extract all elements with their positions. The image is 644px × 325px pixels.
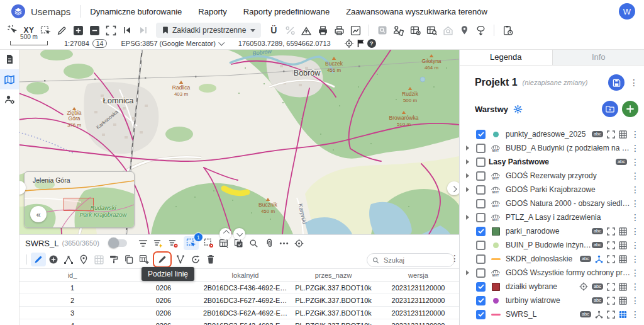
- layer-label[interactable]: działki wybrane: [506, 282, 579, 291]
- layer-label[interactable]: punkty_adresowe_2025: [506, 130, 592, 139]
- report-flag-icon[interactable]: [355, 37, 367, 50]
- spatial-bookmarks-button[interactable]: Zakładki przestrzenne: [156, 23, 261, 38]
- layer-label[interactable]: GDOŚ Parki Krajobrazowe: [506, 185, 631, 194]
- nav-item-reports[interactable]: Raporty: [198, 7, 227, 16]
- layer-menu-kebab-icon[interactable]: ⋮: [631, 185, 640, 194]
- table-cell[interactable]: 0206: [126, 307, 201, 319]
- layer-menu-kebab-icon[interactable]: ⋮: [631, 130, 640, 139]
- table-cell[interactable]: 0206: [126, 294, 201, 307]
- layer-expander[interactable]: [464, 215, 471, 220]
- layer-symbol-polygon[interactable]: [489, 227, 502, 236]
- draw-edit-icon[interactable]: [54, 23, 69, 37]
- labels-abc-icon[interactable]: abc: [580, 256, 591, 263]
- layer-expander[interactable]: [464, 145, 471, 151]
- layer-visibility-checkbox[interactable]: [476, 227, 486, 236]
- labels-abc-icon[interactable]: abc: [592, 131, 603, 138]
- attribute-table-icon[interactable]: [619, 255, 627, 263]
- layer-expander[interactable]: [464, 173, 471, 178]
- zoom-to-extent-icon[interactable]: [607, 255, 615, 263]
- table-row[interactable]: 202062B016DC3-F627-4692-E…PL.PZGiK.337.B…: [19, 294, 459, 307]
- layer-visibility-checkbox[interactable]: [476, 254, 486, 264]
- layer-visibility-checkbox[interactable]: [476, 296, 486, 305]
- labels-abc-icon[interactable]: abc: [592, 242, 603, 249]
- layer-menu-kebab-icon[interactable]: ⋮: [631, 282, 640, 291]
- layer-menu-kebab-icon[interactable]: ⋮: [631, 310, 640, 319]
- attachments-paperclip-icon[interactable]: [262, 236, 277, 250]
- table-cell[interactable]: PL.PZGiK.337.BDOT10k: [289, 307, 377, 319]
- mvt-tiles-icon[interactable]: MVT: [489, 213, 502, 222]
- layer-symbol-polygon[interactable]: [489, 283, 502, 291]
- table-cell[interactable]: PL.PZGiK.337.BDOT10k: [289, 319, 377, 325]
- split-parts-tool[interactable]: [173, 253, 188, 266]
- layer-menu-kebab-icon[interactable]: ⋮: [631, 157, 640, 166]
- sidebar-item-documents[interactable]: [0, 49, 19, 69]
- layer-menu-kebab-icon[interactable]: ⋮: [631, 144, 640, 152]
- print-layout-icon[interactable]: [331, 23, 347, 37]
- zoom-to-extent-icon[interactable]: [607, 283, 615, 291]
- labels-abc-icon[interactable]: abc: [592, 228, 603, 235]
- usemaps-logo-icon[interactable]: [11, 4, 25, 18]
- filter-clear-icon[interactable]: [166, 236, 181, 250]
- nav-item-dynamic-buffering[interactable]: Dynamiczne buforowanie: [90, 7, 182, 16]
- table-cell[interactable]: 0206: [126, 282, 201, 294]
- search-region-icon[interactable]: [375, 23, 390, 37]
- auto-pan-target-icon[interactable]: [579, 282, 588, 291]
- add-layer-button[interactable]: [622, 101, 638, 117]
- table-filter-toggle[interactable]: [109, 239, 127, 247]
- table-cell[interactable]: PL.PZGiK.337.BDOT10k: [289, 282, 377, 294]
- labels-abc-icon[interactable]: abc: [580, 311, 591, 318]
- nav-item-predefined-reports[interactable]: Raporty predefiniowane: [243, 7, 330, 16]
- zoom-to-extent-icon[interactable]: [607, 311, 615, 319]
- layer-symbol-point[interactable]: [489, 298, 502, 304]
- mvt-tiles-icon[interactable]: MVT: [489, 144, 502, 153]
- table-search-box[interactable]: [367, 253, 455, 267]
- minimap-collapse-button[interactable]: «: [30, 206, 47, 222]
- layer-visibility-checkbox[interactable]: [476, 144, 486, 153]
- help-icon[interactable]: ?: [367, 39, 376, 48]
- table-cell[interactable]: 2B016DC3-F62A-4692-E…: [201, 307, 289, 319]
- layer-menu-kebab-icon[interactable]: ⋮: [631, 213, 640, 222]
- layer-visibility-checkbox[interactable]: [476, 268, 486, 278]
- attribute-table-icon[interactable]: [619, 227, 627, 236]
- history-clipboard-icon[interactable]: [500, 23, 515, 37]
- layer-label[interactable]: parki_narodowe: [506, 227, 592, 236]
- table-cell[interactable]: 2B016DC3-F436-4692-E…: [201, 282, 289, 294]
- map-search-icon[interactable]: [424, 23, 439, 37]
- layer-visibility-checkbox[interactable]: [476, 282, 486, 292]
- layer-menu-kebab-icon[interactable]: ⋮: [631, 227, 640, 236]
- layer-visibility-checkbox[interactable]: [476, 241, 486, 250]
- layer-label[interactable]: GDOŚ Wszystkie formy ochrony przyrody: [506, 268, 631, 277]
- tree-height-icon[interactable]: [473, 23, 488, 37]
- layer-visibility-checkbox[interactable]: [476, 185, 486, 195]
- save-project-button[interactable]: [608, 74, 625, 91]
- zoom-to-extent-icon[interactable]: [607, 297, 615, 305]
- column-header[interactable]: wersja: [377, 269, 459, 282]
- delete-feature-trash-tool[interactable]: [203, 253, 218, 266]
- panel-expand-up-button[interactable]: [219, 228, 231, 240]
- attribute-table-icon[interactable]: [619, 297, 627, 305]
- map-scale-text[interactable]: 1:27084: [64, 40, 89, 47]
- layer-visibility-checkbox[interactable]: [476, 130, 486, 139]
- attribute-table-icon-active[interactable]: [619, 311, 627, 319]
- panel-collapse-down-button[interactable]: [233, 228, 245, 240]
- layer-menu-kebab-icon[interactable]: ⋮: [631, 171, 640, 180]
- layer-label[interactable]: BUBD_A Budynki (z podziałem na miesz…: [506, 144, 631, 152]
- zoom-to-extent-icon[interactable]: [607, 241, 615, 249]
- table-cell[interactable]: 3: [19, 307, 126, 319]
- column-header[interactable]: przes_nazw: [289, 269, 377, 282]
- mvt-tiles-icon[interactable]: MVT: [489, 171, 502, 181]
- user-map-icon[interactable]: [391, 23, 406, 37]
- next-extent-icon[interactable]: [136, 23, 151, 37]
- clear-selection-icon[interactable]: [201, 236, 216, 250]
- layer-label[interactable]: SWRS_L: [506, 310, 580, 319]
- table-cell[interactable]: 1: [19, 282, 126, 294]
- column-header[interactable]: id_: [19, 269, 126, 282]
- layer-label[interactable]: BUIN_P Budowle inżyniersk…: [506, 241, 592, 249]
- copy-attributes-table-tool[interactable]: [136, 253, 152, 266]
- edit-geometry-tool-active[interactable]: [31, 253, 46, 266]
- layer-symbol-point[interactable]: [489, 242, 502, 248]
- chart-icon[interactable]: [348, 23, 363, 37]
- mvt-tiles-icon[interactable]: MVT: [489, 268, 502, 278]
- layer-label[interactable]: turbiny wiatrowe: [506, 296, 592, 305]
- mvt-tiles-icon[interactable]: MVT: [489, 199, 502, 208]
